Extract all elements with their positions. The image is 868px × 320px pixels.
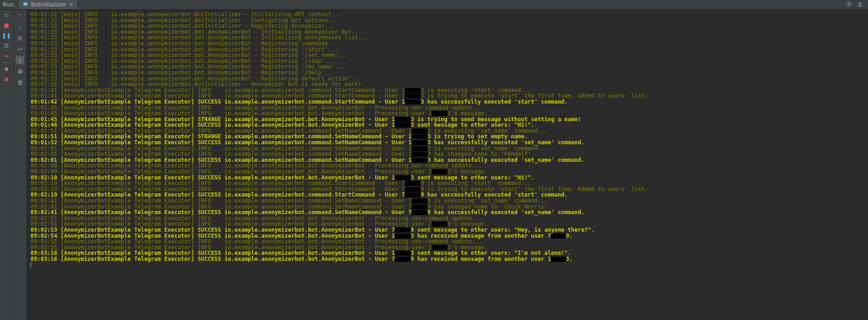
redaction-block bbox=[432, 169, 447, 174]
log-line: 09:01:33 [main] INFO io.example.anonymiz… bbox=[31, 41, 866, 47]
layout-icon[interactable]: ≣ bbox=[16, 34, 24, 42]
pin-icon[interactable]: ✖ bbox=[3, 76, 10, 83]
log-line: 09:01:45 [AnonymizerBotExample Telegram … bbox=[31, 111, 866, 117]
text-caret bbox=[31, 262, 31, 268]
redaction-block bbox=[551, 257, 566, 262]
caret-line bbox=[31, 262, 866, 269]
redaction-block bbox=[432, 111, 447, 116]
redaction-block bbox=[412, 129, 428, 134]
svg-rect-12 bbox=[858, 6, 862, 6]
redaction-block bbox=[395, 117, 411, 122]
main: ↻■❚❚🖻➟✖✖ ↑↓≣↩⤓🖶🗑 09:01:32 [main] INFO io… bbox=[0, 10, 868, 320]
log-line: 09:02:41 [AnonymizerBotExample Telegram … bbox=[31, 209, 866, 215]
redaction-block bbox=[395, 228, 411, 233]
redaction-block bbox=[412, 158, 428, 163]
svg-line-11 bbox=[851, 2, 852, 3]
redaction-block bbox=[412, 134, 428, 139]
gear-icon[interactable] bbox=[846, 1, 852, 9]
dump-threads-icon[interactable]: 🖻 bbox=[3, 42, 10, 49]
log-line: 09:01:36 [main] INFO io.example.anonymiz… bbox=[31, 81, 866, 87]
arrow-down-icon[interactable]: ↓ bbox=[16, 23, 24, 31]
redaction-block bbox=[405, 192, 421, 197]
svg-line-10 bbox=[847, 6, 848, 6]
left-toolbar: ↻■❚❚🖻➟✖✖ bbox=[0, 10, 13, 320]
pause-icon[interactable]: ❚❚ bbox=[3, 32, 10, 39]
redaction-block bbox=[551, 234, 566, 239]
svg-line-9 bbox=[851, 6, 852, 6]
console-output[interactable]: 09:01:32 [main] INFO io.example.anonymiz… bbox=[27, 10, 868, 320]
redaction-block bbox=[395, 123, 411, 128]
run-tab-title: BotInitializer bbox=[31, 1, 66, 8]
exit-icon[interactable]: ➟ bbox=[3, 52, 10, 60]
log-line: 09:02:53 [AnonymizerBotExample Telegram … bbox=[31, 227, 866, 233]
rerun-icon[interactable]: ↻ bbox=[3, 12, 10, 19]
log-line: 09:03:15 [AnonymizerBotExample Telegram … bbox=[31, 239, 866, 245]
svg-point-3 bbox=[848, 3, 850, 5]
stop-icon[interactable]: ■ bbox=[3, 22, 10, 29]
redaction-block bbox=[395, 251, 411, 256]
redaction-block bbox=[405, 88, 421, 93]
log-line: 09:02:41 [AnonymizerBotExample Telegram … bbox=[31, 198, 866, 204]
log-line: 09:01:33 [main] INFO io.example.anonymiz… bbox=[31, 70, 866, 76]
redaction-block bbox=[432, 245, 447, 250]
soft-wrap-icon[interactable]: ↩ bbox=[16, 45, 24, 53]
run-tool-label: Run: bbox=[0, 1, 19, 8]
print-icon[interactable]: 🖶 bbox=[16, 67, 24, 75]
svg-rect-2 bbox=[24, 4, 26, 5]
redaction-block bbox=[412, 210, 428, 215]
redaction-block bbox=[395, 234, 411, 239]
topbar-right bbox=[846, 1, 868, 9]
log-line: 09:01:32 [main] INFO io.example.anonymiz… bbox=[31, 12, 866, 18]
redaction-block bbox=[405, 187, 421, 192]
redaction-block bbox=[412, 140, 428, 145]
svg-line-8 bbox=[847, 2, 848, 3]
scroll-to-end-icon[interactable]: ⤓ bbox=[16, 56, 24, 64]
redaction-block bbox=[432, 222, 447, 227]
log-line: 09:01:52 [AnonymizerBotExample Telegram … bbox=[31, 140, 866, 146]
log-line: 09:03:16 [AnonymizerBotExample Telegram … bbox=[31, 256, 866, 262]
redaction-block bbox=[412, 204, 428, 209]
redaction-block bbox=[405, 93, 421, 98]
redaction-block bbox=[395, 257, 411, 262]
log-line: 09:01:46 [AnonymizerBotExample Telegram … bbox=[31, 122, 866, 128]
toolbar-separator bbox=[2, 62, 11, 63]
redaction-block bbox=[412, 198, 428, 203]
svg-rect-1 bbox=[24, 3, 27, 4]
topbar: Run: BotInitializer × bbox=[0, 0, 868, 10]
redaction-block bbox=[395, 175, 411, 180]
second-toolbar: ↑↓≣↩⤓🖶🗑 bbox=[13, 10, 27, 320]
minimize-icon[interactable] bbox=[857, 1, 863, 9]
arrow-up-icon[interactable]: ↑ bbox=[16, 12, 24, 20]
log-line: 09:01:33 [main] INFO io.example.anonymiz… bbox=[31, 52, 866, 58]
redaction-block bbox=[412, 152, 428, 157]
log-line: 09:02:01 [AnonymizerBotExample Telegram … bbox=[31, 151, 866, 157]
close-tab-icon[interactable]: ✖ bbox=[3, 66, 10, 73]
log-line: 09:01:42 [AnonymizerBotExample Telegram … bbox=[31, 99, 866, 105]
redaction-block bbox=[405, 181, 421, 186]
log-line: 09:01:32 [main] INFO io.example.anonymiz… bbox=[31, 23, 866, 29]
log-line: 09:02:19 [AnonymizerBotExample Telegram … bbox=[31, 180, 866, 186]
close-icon[interactable]: × bbox=[69, 1, 74, 8]
main-class-icon bbox=[23, 1, 28, 8]
redaction-block bbox=[412, 146, 428, 151]
clear-icon[interactable]: 🗑 bbox=[16, 78, 24, 86]
run-tab[interactable]: BotInitializer × bbox=[19, 0, 78, 9]
redaction-block bbox=[405, 99, 421, 105]
log-line: 09:02:09 [AnonymizerBotExample Telegram … bbox=[31, 169, 866, 175]
